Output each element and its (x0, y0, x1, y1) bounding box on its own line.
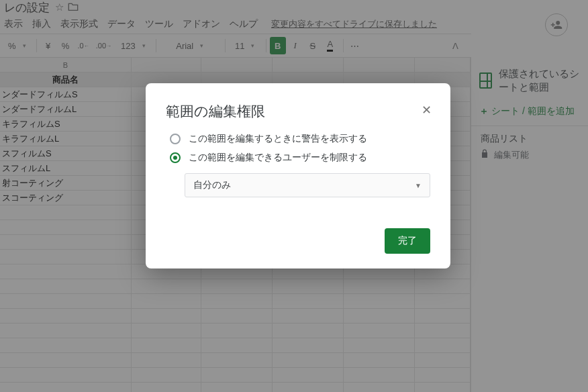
select-value: 自分のみ (193, 179, 231, 191)
radio-icon (170, 134, 181, 144)
dialog-title: 範囲の編集権限 (166, 102, 430, 121)
done-button[interactable]: 完了 (385, 228, 430, 254)
range-permissions-dialog: 範囲の編集権限 ✕ この範囲を編集するときに警告を表示する この範囲を編集できる… (146, 83, 450, 268)
radio-option-restrict[interactable]: この範囲を編集できるユーザーを制限する (170, 152, 430, 164)
radio-label: この範囲を編集するときに警告を表示する (189, 133, 367, 145)
restrict-users-select[interactable]: 自分のみ ▼ (185, 173, 430, 197)
radio-checked-icon (170, 152, 181, 163)
dialog-close-button[interactable]: ✕ (417, 101, 436, 119)
radio-label: この範囲を編集できるユーザーを制限する (189, 152, 367, 164)
radio-option-warn[interactable]: この範囲を編集するときに警告を表示する (170, 133, 430, 145)
chevron-down-icon: ▼ (415, 182, 422, 189)
